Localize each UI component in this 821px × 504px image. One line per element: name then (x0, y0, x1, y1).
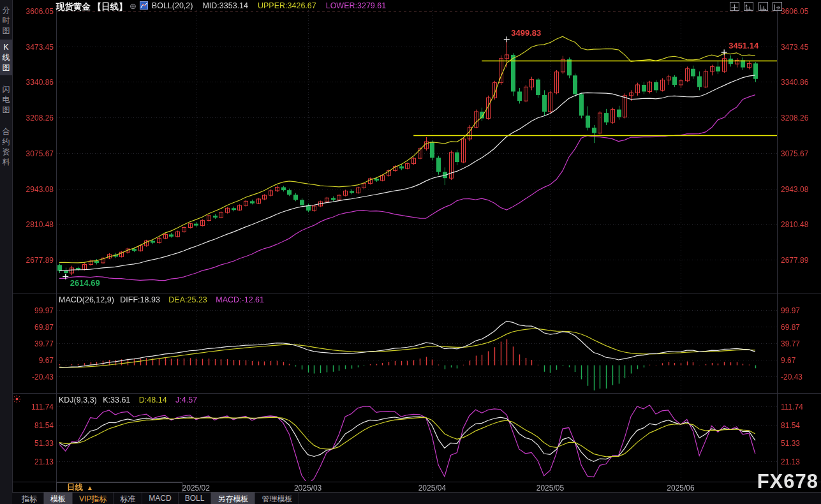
sidebar-item-contract-info[interactable]: 合约资料 (0, 124, 12, 170)
left-sidebar: 分时图 K线图 闪电图 合约资料 (0, 0, 13, 504)
kdj-k-value: K:33.61 (103, 396, 130, 404)
chart-tools (730, 2, 784, 14)
period-selector[interactable]: 日线▲ (56, 482, 182, 493)
boll-lower-value: LOWER:3279.61 (326, 1, 387, 10)
x-axis-label: 2025/02 (182, 484, 210, 493)
scale-right-icon[interactable] (758, 2, 768, 11)
x-axis-label: 2025/04 (418, 484, 446, 493)
tab-boll[interactable]: BOLL (179, 493, 212, 504)
sidebar-item-timeshare-chart[interactable]: 分时图 (0, 3, 12, 38)
instrument-title: 现货黄金 (56, 2, 91, 11)
x-axis-label: 2025/06 (667, 484, 694, 493)
kdj-j-value: J:4.57 (175, 396, 197, 404)
fx678-watermark: FX678 (757, 470, 818, 493)
exit-pane-icon[interactable] (773, 2, 782, 11)
chart-canvas[interactable] (0, 0, 821, 504)
tab-templates[interactable]: 模板 (44, 493, 73, 504)
sidebar-item-kline-chart[interactable]: K线图 (0, 40, 12, 75)
add-indicator-icon[interactable]: ⊕ (129, 1, 137, 11)
boll-mid-value: MID:3353.14 (202, 1, 248, 10)
macd-value: MACD:-12.61 (216, 295, 264, 304)
macd-indicator-label: MACD(26,12,9) (59, 295, 114, 304)
tab-indicators[interactable]: 指标 (15, 493, 44, 504)
tab-vip-indicators[interactable]: VIP指标 (73, 493, 114, 504)
macd-diff-value: DIFF:18.93 (120, 295, 160, 304)
boll-indicator-label: BOLL(20,2) (152, 1, 193, 10)
x-axis-label: 2025/03 (294, 484, 322, 493)
tab-standard[interactable]: 标准 (114, 493, 142, 504)
scale-up-icon[interactable] (744, 2, 753, 11)
chart-header: 现货黄金 【日线】 ⊕ BOLL(20,2) MID:3353.14 UPPER… (56, 1, 386, 11)
trading-app-window: 分时图 K线图 闪电图 合约资料 现货黄金 【日线】 ⊕ BOLL(20,2) … (0, 0, 821, 504)
macd-dea-value: DEA:25.23 (168, 295, 207, 304)
mini-chart-icon (140, 1, 148, 10)
tab-macd[interactable]: MACD (142, 493, 178, 504)
sidebar-item-lightning-chart[interactable]: 闪电图 (0, 82, 12, 117)
period-label: 日线 (67, 483, 83, 492)
macd-panel-header: MACD(26,12,9) DIFF:18.93 DEA:25.23 MACD:… (59, 295, 264, 304)
crosshair-icon[interactable] (730, 2, 739, 11)
boll-upper-value: UPPER:3426.67 (258, 1, 316, 10)
kdj-d-value: D:48.14 (139, 396, 167, 404)
kdj-panel-header: KDJ(9,3,3) K:33.61 D:48.14 J:4.57 (59, 396, 197, 404)
tab-manage-template[interactable]: 管理模板 (255, 493, 299, 504)
kdj-indicator-label: KDJ(9,3,3) (59, 396, 97, 404)
bottom-toolbar: 指标 模板 VIP指标 标准 MACD BOLL 另存模板 管理模板 (12, 492, 821, 504)
tab-save-template[interactable]: 另存模板 (211, 493, 255, 504)
chevron-up-icon: ▲ (87, 484, 93, 491)
indicator-settings-icon[interactable] (13, 394, 21, 406)
period-tag: 【日线】 (92, 2, 127, 11)
x-axis-label: 2025/05 (536, 484, 564, 493)
